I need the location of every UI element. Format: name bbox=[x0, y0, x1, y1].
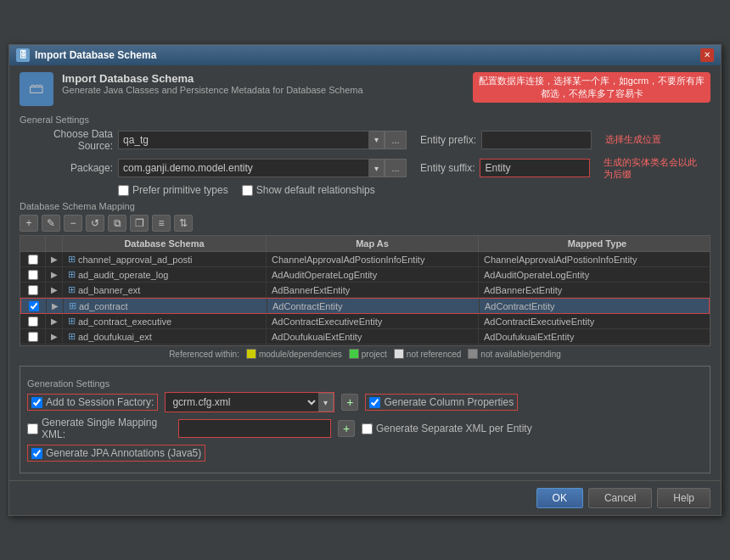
header-subtitle: Generate Java Classes and Persistence Me… bbox=[62, 85, 363, 95]
row4-mapped: AdContractEntity bbox=[480, 299, 710, 313]
row2-expand[interactable]: ▶ bbox=[46, 267, 63, 282]
table-body: ▶ ⊞channel_approval_ad_posti ChannelAppr… bbox=[20, 252, 710, 345]
title-bar-left: 🗄 Import Database Schema bbox=[16, 48, 156, 62]
ok-button[interactable]: OK bbox=[536, 488, 583, 508]
gen-column-input[interactable] bbox=[369, 397, 380, 408]
gen-single-input[interactable] bbox=[27, 423, 38, 434]
gen-jpa-input[interactable] bbox=[31, 448, 42, 459]
annotation-entity-suffix: 生成的实体类名会以此为后缀 bbox=[604, 156, 705, 181]
gen-column-label: Generate Column Properties bbox=[384, 396, 514, 408]
package-input[interactable] bbox=[118, 159, 369, 177]
table-row[interactable]: ▶ ⊞ad_banner_ext AdBannerExtEntity AdBan… bbox=[20, 283, 710, 298]
table-row[interactable]: ▶ ⊞channel_approval_ad_posti ChannelAppr… bbox=[20, 252, 710, 267]
entity-suffix-group: Entity suffix: bbox=[420, 159, 590, 177]
gen-single-text[interactable] bbox=[178, 419, 331, 438]
gen-jpa-checkbox[interactable]: Generate JPA Annotations (Java5) bbox=[27, 445, 205, 462]
close-button[interactable]: ✕ bbox=[700, 48, 714, 62]
datasource-label: Choose Data Source: bbox=[20, 128, 113, 152]
datasource-browse-btn[interactable]: ... bbox=[385, 131, 407, 149]
row3-expand[interactable]: ▶ bbox=[46, 283, 63, 297]
row7-expand[interactable]: ▶ bbox=[46, 344, 63, 345]
row6-mapas: AdDoufukuaiExtEntity bbox=[267, 329, 479, 344]
row7-check[interactable] bbox=[20, 344, 46, 345]
entity-suffix-input[interactable] bbox=[480, 159, 590, 177]
copy2-schema-btn[interactable]: ❐ bbox=[130, 215, 149, 232]
show-default-checkbox[interactable]: Show default relationships bbox=[242, 184, 375, 196]
row3-check[interactable] bbox=[20, 283, 46, 297]
prefer-primitive-input[interactable] bbox=[118, 185, 129, 196]
show-default-label: Show default relationships bbox=[256, 184, 375, 196]
align1-schema-btn[interactable]: ≡ bbox=[152, 215, 171, 232]
add-session-label: Add to Session Factory: bbox=[46, 396, 154, 408]
header-title: Import Database Schema bbox=[62, 72, 363, 85]
table-row[interactable]: ▶ ⊞ad_contract_executive AdContractExecu… bbox=[20, 314, 710, 329]
add-session-plus-btn[interactable]: + bbox=[341, 394, 358, 411]
row6-expand[interactable]: ▶ bbox=[46, 329, 63, 344]
gen-separate-checkbox[interactable]: Generate Separate XML per Entity bbox=[362, 423, 532, 434]
col-expand bbox=[46, 236, 63, 251]
remove-schema-btn[interactable]: − bbox=[64, 215, 82, 232]
row5-check[interactable] bbox=[20, 314, 46, 328]
schema-table: Database Schema Map As Mapped Type ▶ ⊞ch… bbox=[20, 235, 710, 346]
row4-schema: ⊞ad_contract bbox=[64, 299, 267, 313]
gen-single-plus-btn[interactable]: + bbox=[338, 420, 355, 437]
show-default-input[interactable] bbox=[242, 185, 253, 196]
gen-column-checkbox[interactable]: Generate Column Properties bbox=[365, 394, 518, 411]
legend-notavail-label: not available/pending bbox=[480, 350, 561, 359]
session-factory-select[interactable]: gcrm.cfg.xml bbox=[166, 393, 318, 412]
dialog-content: 🗃 Import Database Schema Generate Java C… bbox=[9, 65, 721, 481]
edit-schema-btn[interactable]: ✎ bbox=[42, 215, 60, 232]
row4-check[interactable] bbox=[21, 299, 47, 313]
gen-row-3: Generate JPA Annotations (Java5) bbox=[27, 445, 703, 462]
legend-module-label: module/dependencies bbox=[259, 350, 342, 359]
gen-single-label: Generate Single Mapping XML: bbox=[42, 417, 171, 440]
legend-notref-label: not referenced bbox=[407, 350, 462, 359]
row6-check[interactable] bbox=[20, 329, 46, 344]
datasource-dropdown-btn[interactable]: ▾ bbox=[369, 131, 385, 149]
row1-check[interactable] bbox=[20, 252, 46, 266]
refresh-schema-btn[interactable]: ↺ bbox=[86, 215, 104, 232]
row7-mapas: AdGaniituiguangExtEntity bbox=[267, 344, 479, 345]
gen-separate-input[interactable] bbox=[362, 423, 373, 434]
entity-suffix-label: Entity suffix: bbox=[420, 162, 474, 174]
row1-expand[interactable]: ▶ bbox=[46, 252, 63, 266]
table-row[interactable]: ▶ ⊞ad_contract AdContractEntity AdContra… bbox=[20, 298, 710, 314]
table-row[interactable]: ▶ ⊞ad_doufukuai_ext AdDoufukuaiExtEntity… bbox=[20, 329, 710, 344]
row1-mapas: ChannelApprovalAdPostionInfoEntity bbox=[267, 252, 479, 266]
table-row[interactable]: ▶ ⊞ad_audit_operate_log AdAuditOperateLo… bbox=[20, 267, 710, 283]
row5-expand[interactable]: ▶ bbox=[46, 314, 63, 328]
row4-expand[interactable]: ▶ bbox=[47, 299, 64, 313]
row4-mapas: AdContractEntity bbox=[267, 299, 480, 313]
col-mapas: Map As bbox=[267, 236, 479, 251]
help-button[interactable]: Help bbox=[657, 488, 710, 508]
row3-mapas: AdBannerExtEntity bbox=[267, 283, 479, 297]
package-dropdown-btn[interactable]: ▾ bbox=[369, 159, 385, 177]
align2-schema-btn[interactable]: ⇅ bbox=[174, 215, 193, 232]
legend-row: Referenced within: module/dependencies p… bbox=[20, 349, 710, 359]
row2-check[interactable] bbox=[20, 267, 46, 282]
schema-section-label: Database Schema Mapping bbox=[20, 201, 710, 211]
table-row[interactable]: ▶ ⊞ad_ganiituiguang_ext AdGaniituiguangE… bbox=[20, 344, 710, 345]
add-session-checkbox[interactable]: Add to Session Factory: bbox=[27, 394, 158, 411]
generation-settings: Generation Settings Add to Session Facto… bbox=[20, 366, 710, 473]
checkbox-row: Prefer primitive types Show default rela… bbox=[118, 184, 710, 196]
datasource-input[interactable] bbox=[118, 131, 369, 149]
copy1-schema-btn[interactable]: ⧉ bbox=[108, 215, 126, 232]
cancel-button[interactable]: Cancel bbox=[588, 488, 652, 508]
gen-row-2: Generate Single Mapping XML: + Generate … bbox=[27, 417, 703, 440]
entity-prefix-input[interactable] bbox=[481, 131, 592, 149]
session-combo-btn[interactable]: ▾ bbox=[318, 393, 334, 412]
schema-toolbar: + ✎ − ↺ ⧉ ❐ ≡ ⇅ bbox=[20, 215, 710, 232]
row2-mapas: AdAuditOperateLogEntity bbox=[267, 267, 479, 282]
general-settings-label: General Settings bbox=[20, 115, 710, 125]
gen-single-checkbox[interactable]: Generate Single Mapping XML: bbox=[27, 417, 171, 440]
prefer-primitive-label: Prefer primitive types bbox=[132, 184, 228, 196]
package-browse-btn[interactable]: ... bbox=[385, 159, 407, 177]
prefer-primitive-checkbox[interactable]: Prefer primitive types bbox=[118, 184, 228, 196]
legend-prefix: Referenced within: bbox=[169, 350, 239, 359]
add-session-input[interactable] bbox=[31, 397, 42, 408]
package-label: Package: bbox=[20, 162, 113, 174]
add-schema-btn[interactable]: + bbox=[20, 215, 38, 232]
header-text: Import Database Schema Generate Java Cla… bbox=[62, 72, 363, 95]
row2-mapped: AdAuditOperateLogEntity bbox=[479, 267, 710, 282]
